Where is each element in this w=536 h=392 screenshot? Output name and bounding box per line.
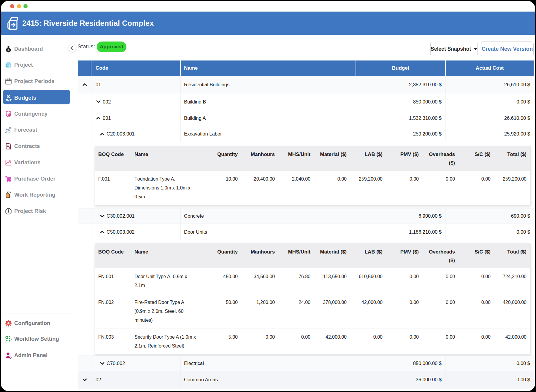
svg-text:$: $ [7, 48, 9, 51]
